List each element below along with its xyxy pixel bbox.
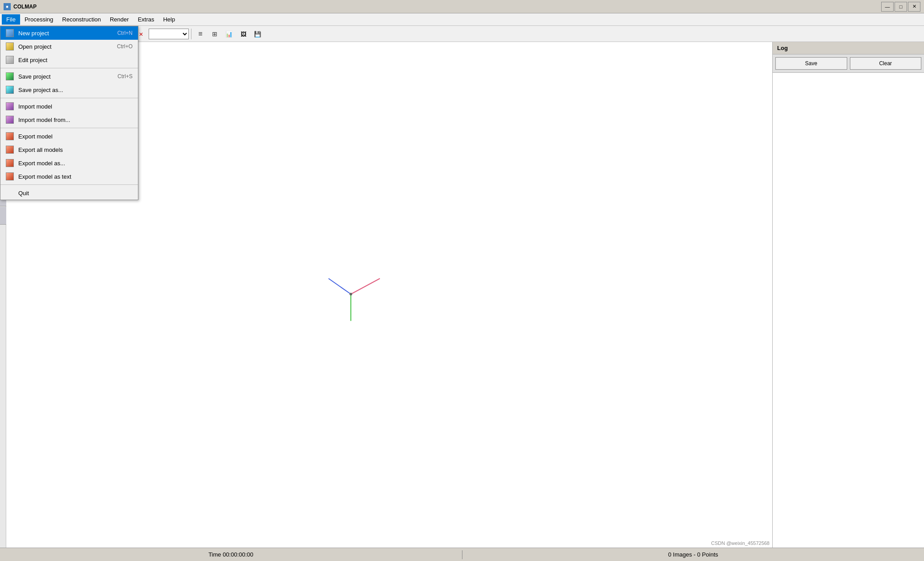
save-project-icon xyxy=(6,72,14,80)
status-bar: Time 00:00:00:00 0 Images - 0 Points xyxy=(0,548,924,561)
status-time: Time 00:00:00:00 xyxy=(0,551,462,558)
minimize-button[interactable]: — xyxy=(881,2,894,12)
axes-svg xyxy=(315,259,387,330)
import-model-icon xyxy=(6,102,14,110)
separator-3 xyxy=(0,128,138,128)
menu-help[interactable]: Help xyxy=(158,14,179,25)
qr-button[interactable] xyxy=(208,28,221,40)
title-bar: ■ COLMAP — □ ✕ xyxy=(0,0,924,13)
model-selector[interactable] xyxy=(149,29,189,39)
strip-item-10 xyxy=(0,207,6,225)
list-button[interactable] xyxy=(194,28,207,40)
separator-1 xyxy=(0,68,138,68)
window-controls: — □ ✕ xyxy=(881,2,920,12)
menu-processing[interactable]: Processing xyxy=(20,14,58,25)
menu-item-import-model-from[interactable]: Import model from... xyxy=(0,113,138,126)
export-model-icon xyxy=(6,132,14,140)
menu-file[interactable]: File xyxy=(2,14,20,25)
svg-line-1 xyxy=(329,279,351,294)
export-model-text-icon xyxy=(6,172,14,180)
3d-axes xyxy=(315,259,387,331)
file-dropdown-menu: New project Ctrl+N Open project Ctrl+O E… xyxy=(0,26,138,200)
log-buttons: Save Clear xyxy=(773,54,924,73)
export-model-as-icon xyxy=(6,159,14,167)
chart-button[interactable] xyxy=(222,28,236,40)
menu-item-quit[interactable]: Quit xyxy=(0,186,138,200)
app-title: COLMAP xyxy=(13,4,881,10)
maximize-button[interactable]: □ xyxy=(895,2,907,12)
menu-bar: File Processing Reconstruction Render Ex… xyxy=(0,13,924,26)
export-model-text-label: Export model as text xyxy=(18,173,128,180)
separator-4 xyxy=(0,184,138,185)
import-model-from-icon xyxy=(6,116,14,124)
menu-item-export-model-text[interactable]: Export model as text xyxy=(0,170,138,183)
image-icon xyxy=(241,30,246,38)
new-project-label: New project xyxy=(18,30,113,37)
log-header: Log xyxy=(773,42,924,54)
watermark: CSDN @weixin_45572568 xyxy=(711,540,770,546)
app-icon: ■ xyxy=(4,3,11,10)
menu-extras[interactable]: Extras xyxy=(133,14,159,25)
menu-item-save-project-as[interactable]: Save project as... xyxy=(0,83,138,96)
save-icon xyxy=(254,30,261,38)
menu-item-export-model[interactable]: Export model xyxy=(0,130,138,143)
log-save-button[interactable]: Save xyxy=(775,57,847,70)
edit-project-icon xyxy=(6,56,14,64)
qr-icon xyxy=(212,30,217,38)
save-project-as-label: Save project as... xyxy=(18,87,128,93)
toolbar-sep-2 xyxy=(191,29,191,39)
save-project-shortcut: Ctrl+S xyxy=(117,73,133,80)
svg-line-0 xyxy=(351,279,380,294)
new-project-icon xyxy=(6,29,14,37)
save-project-as-icon xyxy=(6,86,14,94)
menu-item-import-model[interactable]: Import model xyxy=(0,100,138,113)
import-model-from-label: Import model from... xyxy=(18,117,128,123)
export-all-models-icon xyxy=(6,146,14,154)
quit-icon xyxy=(6,189,14,197)
close-button[interactable]: ✕ xyxy=(908,2,920,12)
menu-item-edit-project[interactable]: Edit project xyxy=(0,53,138,67)
quit-label: Quit xyxy=(18,190,128,197)
menu-item-export-model-as[interactable]: Export model as... xyxy=(0,156,138,170)
new-project-shortcut: Ctrl+N xyxy=(117,30,133,36)
delete-icon xyxy=(139,30,143,38)
export-all-models-label: Export all models xyxy=(18,147,128,153)
open-project-label: Open project xyxy=(18,43,112,50)
open-project-shortcut: Ctrl+O xyxy=(117,43,133,50)
log-clear-button[interactable]: Clear xyxy=(850,57,922,70)
toolbar xyxy=(0,26,924,42)
menu-render[interactable]: Render xyxy=(105,14,133,25)
chart-icon xyxy=(225,30,233,38)
edit-project-label: Edit project xyxy=(18,57,128,63)
log-panel: Log Save Clear xyxy=(772,42,924,548)
save-btn[interactable] xyxy=(251,28,264,40)
menu-item-export-all-models[interactable]: Export all models xyxy=(0,143,138,156)
main-layout: CSDN @weixin_45572568 Log Save Clear xyxy=(0,42,924,548)
status-images-points: 0 Images - 0 Points xyxy=(462,551,924,558)
save-project-label: Save project xyxy=(18,73,113,80)
separator-2 xyxy=(0,98,138,98)
menu-item-save-project[interactable]: Save project Ctrl+S xyxy=(0,70,138,83)
list-icon xyxy=(198,30,202,38)
image-button[interactable] xyxy=(237,28,250,40)
svg-point-3 xyxy=(350,293,352,296)
export-model-as-label: Export model as... xyxy=(18,160,128,167)
menu-item-open-project[interactable]: Open project Ctrl+O xyxy=(0,40,138,53)
menu-reconstruction[interactable]: Reconstruction xyxy=(58,14,105,25)
menu-item-new-project[interactable]: New project Ctrl+N xyxy=(0,26,138,40)
open-project-icon xyxy=(6,42,14,50)
import-model-label: Import model xyxy=(18,103,128,110)
log-content xyxy=(773,73,924,548)
export-model-label: Export model xyxy=(18,133,128,140)
